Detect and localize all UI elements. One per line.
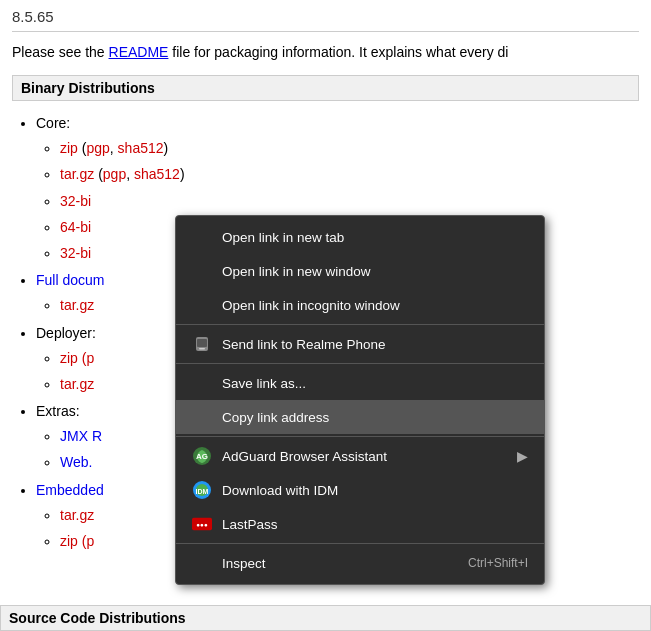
menu-item-inspect[interactable]: Inspect Ctrl+Shift+I xyxy=(176,543,544,580)
jmx-link[interactable]: JMX R xyxy=(60,428,102,444)
32bit-link2[interactable]: 32-bi xyxy=(60,245,91,261)
svg-text:IDM: IDM xyxy=(196,488,209,495)
menu-label-lastpass: LastPass xyxy=(222,517,528,532)
emb-targz[interactable]: tar.gz xyxy=(60,507,94,523)
svg-text:AG: AG xyxy=(196,452,208,461)
menu-label-open-incognito: Open link in incognito window xyxy=(222,298,528,313)
menu-item-lastpass[interactable]: ●●● LastPass xyxy=(176,507,544,541)
svg-rect-1 xyxy=(199,348,205,350)
idm-icon: IDM xyxy=(192,480,212,500)
menu-item-adguard[interactable]: AG AdGuard Browser Assistant ▶ xyxy=(176,436,544,473)
targz-link[interactable]: tar.gz xyxy=(60,166,94,182)
embedded-link[interactable]: Embedded xyxy=(36,482,104,498)
version-title: 8.5.65 xyxy=(12,8,639,32)
sha512-link2[interactable]: sha512 xyxy=(134,166,180,182)
no-icon xyxy=(192,227,212,247)
svg-rect-2 xyxy=(197,339,207,347)
readme-line: Please see the README file for packaging… xyxy=(12,42,639,63)
svg-text:●●●: ●●● xyxy=(196,521,208,528)
source-code-section: Source Code Distributions xyxy=(0,605,651,631)
menu-label-inspect: Inspect xyxy=(222,556,448,571)
menu-item-open-incognito[interactable]: Open link in incognito window xyxy=(176,288,544,322)
extras-label: Extras: xyxy=(36,403,80,419)
menu-item-open-new-tab[interactable]: Open link in new tab xyxy=(176,220,544,254)
dep-zip[interactable]: zip (p xyxy=(60,350,94,366)
menu-label-save-link: Save link as... xyxy=(222,376,528,391)
menu-label-open-new-tab: Open link in new tab xyxy=(222,230,528,245)
menu-label-copy-link: Copy link address xyxy=(222,410,528,425)
menu-item-save-link[interactable]: Save link as... xyxy=(176,363,544,400)
no-icon xyxy=(192,261,212,281)
menu-item-open-new-window[interactable]: Open link in new window xyxy=(176,254,544,288)
no-icon xyxy=(192,295,212,315)
no-icon xyxy=(192,407,212,427)
core-label: Core: xyxy=(36,115,70,131)
adguard-icon: AG xyxy=(192,446,212,466)
menu-label-open-new-window: Open link in new window xyxy=(222,264,528,279)
adguard-arrow: ▶ xyxy=(517,448,528,464)
no-icon xyxy=(192,553,212,573)
dep-targz[interactable]: tar.gz xyxy=(60,376,94,392)
menu-item-copy-link[interactable]: Copy link address xyxy=(176,400,544,434)
list-item: tar.gz (pgp, sha512) xyxy=(60,162,639,187)
pgp-link2[interactable]: pgp xyxy=(103,166,126,182)
readme-link[interactable]: README xyxy=(109,44,169,60)
32bit-link[interactable]: 32-bi xyxy=(60,193,91,209)
pgp-link[interactable]: pgp xyxy=(86,140,109,156)
deployer-label: Deployer: xyxy=(36,325,96,341)
web-link[interactable]: Web. xyxy=(60,454,92,470)
inspect-shortcut: Ctrl+Shift+I xyxy=(468,556,528,570)
context-menu: Open link in new tab Open link in new wi… xyxy=(175,215,545,585)
list-item: zip (pgp, sha512) xyxy=(60,136,639,161)
fulldoc-link[interactable]: Full docum xyxy=(36,272,104,288)
sha512-link[interactable]: sha512 xyxy=(118,140,164,156)
section-binary-header: Binary Distributions xyxy=(12,75,639,101)
fulldoc-targz[interactable]: tar.gz xyxy=(60,297,94,313)
no-icon xyxy=(192,373,212,393)
phone-icon xyxy=(192,334,212,354)
emb-zip[interactable]: zip (p xyxy=(60,533,94,549)
menu-item-send-phone[interactable]: Send link to Realme Phone xyxy=(176,324,544,361)
menu-item-idm[interactable]: IDM Download with IDM xyxy=(176,473,544,507)
list-item: 32-bi xyxy=(60,189,639,214)
zip-link[interactable]: zip xyxy=(60,140,78,156)
64bit-link[interactable]: 64-bi xyxy=(60,219,91,235)
menu-label-adguard: AdGuard Browser Assistant xyxy=(222,449,509,464)
menu-label-send-phone: Send link to Realme Phone xyxy=(222,337,528,352)
lastpass-icon: ●●● xyxy=(192,514,212,534)
menu-label-idm: Download with IDM xyxy=(222,483,528,498)
